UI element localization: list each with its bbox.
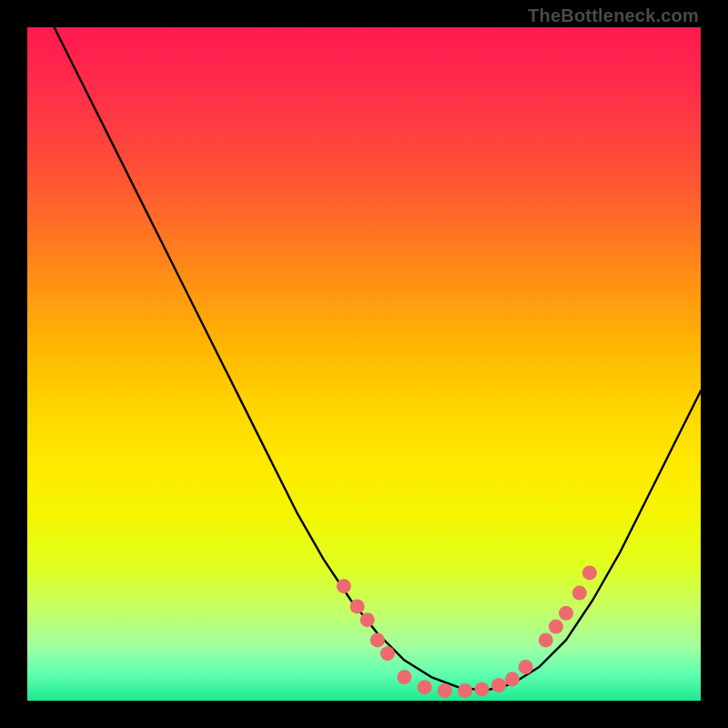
marker-dot	[360, 612, 375, 627]
marker-dot	[572, 586, 587, 601]
curve-path	[55, 27, 701, 691]
marker-dot	[458, 683, 472, 698]
plot-area	[27, 27, 701, 701]
marker-dot	[519, 660, 533, 674]
marker-dot	[418, 680, 432, 694]
curve-svg	[27, 27, 701, 701]
marker-dot	[350, 599, 365, 613]
marker-dot	[491, 678, 506, 693]
watermark-text: TheBottleneck.com	[528, 5, 699, 26]
marker-dot	[438, 683, 452, 698]
marker-dot	[397, 670, 411, 684]
marker-dot	[559, 606, 573, 621]
marker-dot	[337, 579, 351, 593]
marker-dot	[539, 632, 553, 647]
chart-frame: TheBottleneck.com	[0, 0, 728, 728]
marker-dot	[380, 646, 395, 661]
marker-dot	[582, 565, 597, 580]
marker-dot	[549, 620, 563, 634]
marker-dot	[370, 632, 385, 647]
marker-dot	[475, 682, 490, 696]
marker-dot	[505, 672, 520, 686]
